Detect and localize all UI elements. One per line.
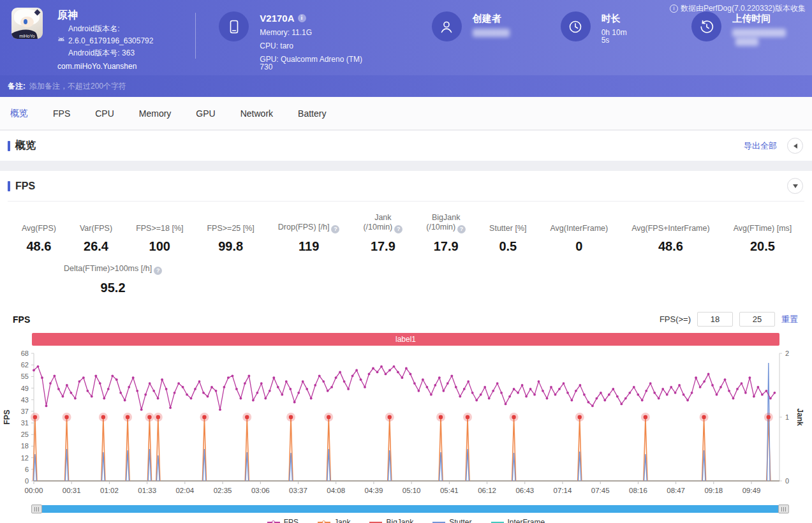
overview-card: 概览 导出全部 [0, 131, 812, 161]
svg-text:04:39: 04:39 [365, 487, 383, 494]
metric-value: 20.5 [734, 239, 792, 254]
app-header: i 数据由PerfDog(7.0.220332)版本收集 miHoYo 原神 A… [0, 0, 812, 75]
fps-card: FPS Avg(FPS)48.6Var(FPS)26.4FPS>=18 [%]1… [0, 171, 812, 523]
metric-value: 100 [136, 239, 183, 254]
remark-label: 备注: [8, 81, 26, 92]
chart-title: FPS [13, 314, 30, 325]
user-icon [432, 11, 462, 41]
game-title: 原神 [57, 8, 153, 20]
scrollbar-right-handle[interactable] [778, 505, 789, 513]
history-icon [691, 11, 721, 41]
metric-stutter-: Stutter [%]0.5 [489, 224, 526, 254]
metric-avg-ftime-ms-: Avg(FTime) [ms]20.5 [734, 224, 792, 254]
game-app-icon: miHoYo [11, 8, 43, 39]
tab-Network[interactable]: Network [240, 108, 273, 119]
svg-text:09:49: 09:49 [742, 487, 761, 494]
android-icon [57, 36, 65, 43]
svg-text:55: 55 [21, 372, 29, 380]
metric-var-fps-: Var(FPS)26.4 [80, 224, 112, 254]
legend-item-interframe[interactable]: InterFrame [491, 518, 545, 523]
collapse-fps-button[interactable] [787, 178, 803, 194]
tab-概览[interactable]: 概览 [10, 108, 28, 119]
metric-value: 17.9 [363, 239, 402, 254]
fps-chart[interactable]: 6862554943373125181260FPS210Jank00:0000:… [0, 347, 812, 500]
android-version-line: 2.6.0_6179196_6305792 [57, 37, 153, 45]
svg-text:18: 18 [21, 442, 29, 450]
section-gap [0, 161, 812, 171]
clock-icon [561, 11, 591, 41]
fps-threshold-label: FPS(>=) [660, 314, 691, 324]
svg-text:08:16: 08:16 [629, 487, 647, 494]
scrollbar-left-handle[interactable] [31, 505, 42, 513]
fps-section-title: FPS [8, 180, 35, 192]
svg-text:07:14: 07:14 [554, 487, 572, 494]
tab-Battery[interactable]: Battery [298, 108, 326, 119]
help-icon[interactable]: ? [331, 225, 339, 233]
creator-block: 创建者 [432, 0, 510, 41]
svg-text:12: 12 [21, 454, 29, 462]
upload-date-redacted [732, 29, 786, 37]
device-gpu: GPU: Qualcomm Adreno (TM) 730 [260, 55, 374, 71]
fps-threshold-filter: FPS(>=) 重置 [660, 312, 798, 327]
metric-drop-fps-h-: Drop(FPS) [/h]?119 [278, 223, 340, 254]
info-icon: i [670, 4, 678, 13]
device-cpu: CPU: taro [260, 42, 374, 50]
svg-text:05:10: 05:10 [402, 487, 421, 494]
svg-text:03:06: 03:06 [251, 487, 270, 494]
svg-text:68: 68 [21, 350, 29, 357]
fps-threshold-max-input[interactable] [739, 312, 775, 327]
duration-label: 时长 [602, 11, 636, 23]
metric-fps-18-: FPS>=18 [%]100 [136, 224, 183, 254]
metric-value: 99.8 [207, 239, 254, 254]
duration-block: 时长 0h 10m 5s [561, 0, 636, 44]
tab-GPU[interactable]: GPU [196, 108, 215, 119]
metric-avg-interframe-: Avg(InterFrame)0 [550, 224, 608, 254]
remark-placeholder[interactable]: 添加备注，不超过200个字符 [29, 81, 126, 92]
svg-text:01:33: 01:33 [138, 487, 156, 494]
help-icon[interactable]: ? [154, 267, 162, 275]
collector-note: i 数据由PerfDog(7.0.220332)版本收集 [670, 3, 806, 14]
help-icon[interactable]: ? [394, 225, 402, 233]
metric-delta-ftime-100ms-h-: Delta(FTime)>100ms [/h]?95.2 [64, 264, 162, 295]
header-divider [195, 13, 196, 59]
svg-text:62: 62 [21, 361, 29, 369]
fps-metrics-row2: Delta(FTime)>100ms [/h]?95.2 [0, 254, 812, 295]
legend-item-stutter[interactable]: Stutter [432, 518, 471, 523]
remark-bar[interactable]: 备注: 添加备注，不超过200个字符 [0, 75, 812, 97]
svg-text:0: 0 [25, 477, 29, 485]
svg-text:06:12: 06:12 [478, 487, 496, 494]
svg-text:08:47: 08:47 [667, 487, 685, 494]
export-all-button[interactable]: 导出全部 [744, 140, 777, 152]
chart-label-banner[interactable]: label1 [32, 333, 779, 346]
legend-item-bigjank[interactable]: BigJank [369, 518, 413, 523]
help-icon[interactable]: ? [457, 225, 466, 233]
metric-value: 48.6 [22, 239, 56, 254]
tab-CPU[interactable]: CPU [95, 108, 114, 119]
svg-text:0: 0 [785, 477, 789, 485]
svg-text:2: 2 [785, 350, 789, 357]
collapse-overview-button[interactable] [787, 138, 803, 154]
metric-value: 0.5 [489, 239, 526, 254]
creator-label: 创建者 [473, 11, 510, 23]
reset-button[interactable]: 重置 [781, 314, 798, 325]
triangle-down-icon [793, 184, 798, 188]
tab-Memory[interactable]: Memory [139, 108, 172, 119]
metric-fps-25-: FPS>=25 [%]99.8 [207, 224, 254, 254]
android-version-label: Android版本名: [57, 25, 153, 33]
legend-item-jank[interactable]: Jank [318, 518, 350, 523]
svg-text:09:18: 09:18 [704, 487, 723, 494]
fps-threshold-min-input[interactable] [697, 312, 733, 327]
device-memory: Memory: 11.1G [260, 29, 374, 36]
svg-text:25: 25 [21, 431, 29, 438]
chart-range-scrollbar[interactable] [32, 505, 788, 513]
device-info-icon[interactable]: i [298, 14, 306, 22]
svg-text:49: 49 [21, 385, 29, 392]
svg-text:37: 37 [21, 408, 29, 415]
svg-text:FPS: FPS [3, 409, 11, 424]
svg-text:01:02: 01:02 [100, 487, 119, 494]
tab-FPS[interactable]: FPS [53, 108, 70, 119]
svg-text:00:31: 00:31 [63, 487, 81, 494]
android-build: Android版本号: 363 [57, 49, 153, 57]
legend-item-fps[interactable]: FPS [267, 518, 299, 523]
chart-legend: FPSJankBigJankStutterInterFrame [0, 518, 812, 523]
